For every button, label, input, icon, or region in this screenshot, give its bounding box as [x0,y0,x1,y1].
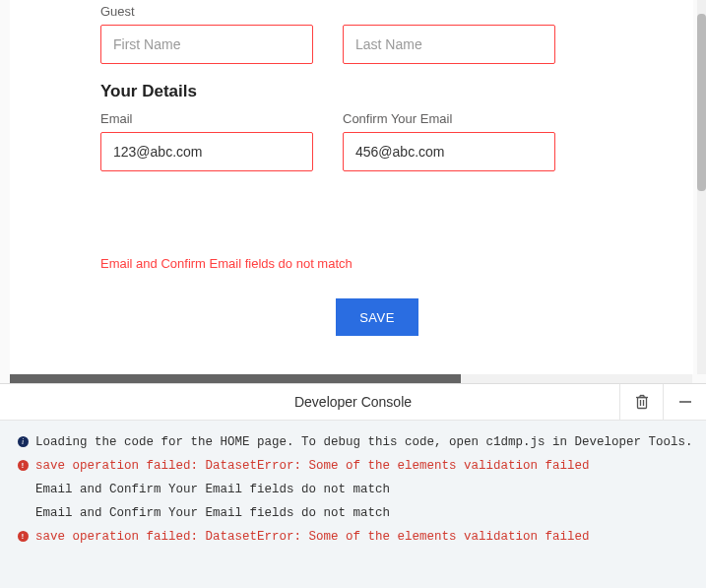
horizontal-scrollbar-track[interactable] [10,374,692,383]
error-icon [18,531,29,542]
preview-pane: Guest Your Details Email Confirm Your Em… [0,0,706,383]
minimize-icon [678,395,692,409]
console-log-line: save operation failed: DatasetError: Som… [16,525,690,549]
console-clear-button[interactable] [619,384,663,420]
console-log-text: save operation failed: DatasetError: Som… [30,454,590,478]
console-title: Developer Console [0,394,706,410]
form-panel: Guest Your Details Email Confirm Your Em… [10,0,693,374]
email-input[interactable] [100,132,313,171]
console-log-text: Email and Confirm Your Email fields do n… [30,501,390,525]
info-icon [18,436,29,447]
console-log-text: Email and Confirm Your Email fields do n… [30,478,390,501]
last-name-input[interactable] [343,25,555,64]
email-label: Email [100,111,313,126]
console-log-line: Email and Confirm Your Email fields do n… [16,478,690,501]
console-log-line: save operation failed: DatasetError: Som… [16,454,690,478]
first-name-input[interactable] [100,25,313,64]
your-details-heading: Your Details [100,82,654,101]
horizontal-scrollbar-thumb[interactable] [10,374,461,383]
validation-error-text: Email and Confirm Email fields do not ma… [100,256,654,271]
confirm-email-label: Confirm Your Email [343,111,555,126]
guest-label: Guest [100,4,654,19]
console-log-line: Email and Confirm Your Email fields do n… [16,501,690,525]
console-log-line: Loading the code for the HOME page. To d… [16,430,690,454]
console-header: Developer Console [0,383,706,421]
console-log-text: save operation failed: DatasetError: Som… [30,525,590,549]
error-icon [18,460,29,471]
vertical-scrollbar-track[interactable] [697,0,706,374]
console-body[interactable]: Loading the code for the HOME page. To d… [0,421,706,588]
confirm-email-input[interactable] [343,132,555,171]
svg-rect-0 [637,398,646,409]
console-log-text: Loading the code for the HOME page. To d… [30,430,693,454]
vertical-scrollbar-thumb[interactable] [697,14,706,191]
trash-icon [635,394,649,410]
console-minimize-button[interactable] [663,384,706,420]
save-button[interactable]: SAVE [336,298,418,336]
